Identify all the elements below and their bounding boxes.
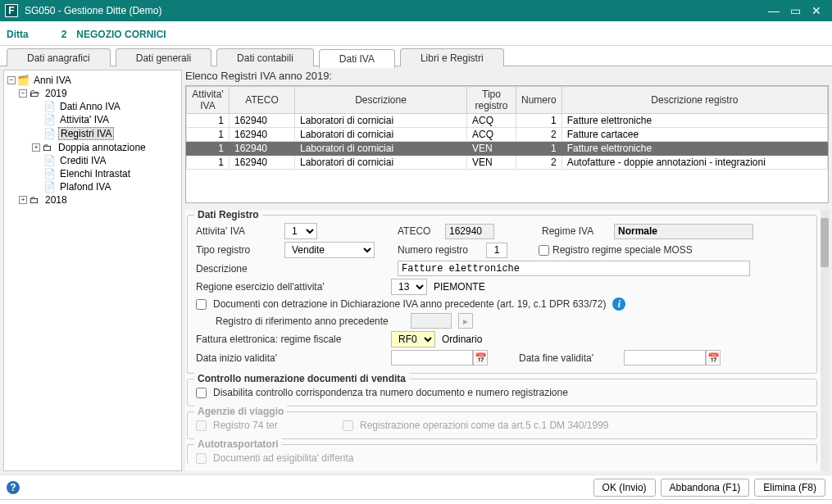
detrazione-label: Documenti con detrazione in Dichiarazion… bbox=[213, 298, 606, 310]
table-row[interactable]: 1 162940 Laboratori di corniciai VEN 2 A… bbox=[187, 156, 828, 170]
window-title: SG050 - Gestione Ditte (Demo) bbox=[25, 5, 763, 16]
maximize-button[interactable]: ▭ bbox=[784, 2, 806, 19]
document-icon: 📄 bbox=[43, 155, 55, 166]
tree-toggle-2019[interactable]: − bbox=[19, 89, 27, 98]
elimina-button[interactable]: Elimina (F8) bbox=[754, 479, 825, 497]
tree-crediti-iva[interactable]: Crediti IVA bbox=[58, 155, 107, 166]
titlebar: F SG050 - Gestione Ditte (Demo) — ▭ ✕ bbox=[0, 0, 832, 21]
tab-libri-registri[interactable]: Libri e Registri bbox=[400, 48, 504, 66]
col-descr-registro[interactable]: Descrizione registro bbox=[561, 87, 827, 114]
group-title: Controllo numerazione documenti di vendi… bbox=[194, 373, 409, 384]
group-autotrasportatori: Autotrasportatori Documenti ad esigibili… bbox=[187, 444, 817, 464]
registri-grid[interactable]: Attivita' IVA ATECO Descrizione Tipo reg… bbox=[185, 85, 829, 203]
fe-select[interactable]: RF01 bbox=[391, 331, 435, 347]
header-name: NEGOZIO CORNICI bbox=[76, 29, 166, 40]
data-inizio-field[interactable] bbox=[391, 350, 473, 366]
regop-checkbox bbox=[343, 420, 353, 431]
numero-label: Numero registro bbox=[398, 244, 480, 256]
info-icon[interactable]: i bbox=[612, 297, 625, 311]
tree-registri-iva[interactable]: Registri IVA bbox=[58, 127, 114, 140]
ateco-field bbox=[445, 224, 494, 239]
regop-label: Registrazione operazioni come da art.5 c… bbox=[360, 420, 609, 431]
header-row: Ditta 2 NEGOZIO CORNICI bbox=[0, 21, 832, 46]
tab-bar: Dati anagrafici Dati generali Dati conta… bbox=[0, 46, 832, 66]
document-icon: 📄 bbox=[43, 128, 55, 139]
group-dati-registro: Dati Registro Attivita' IVA 1 ATECO Regi… bbox=[187, 215, 817, 374]
group-title: Autotrasportatori bbox=[194, 438, 282, 450]
folder-icon: 🗀 bbox=[29, 194, 40, 206]
list-title: Elenco Registri IVA anno 2019: bbox=[185, 70, 829, 82]
calendar-icon[interactable]: 📅 bbox=[473, 350, 488, 366]
folder-open-icon: 🗁 bbox=[29, 88, 40, 99]
ok-button[interactable]: OK (Invio) bbox=[593, 479, 656, 497]
disabilita-label: Disabilita controllo corrispondenza tra … bbox=[213, 387, 568, 398]
help-button[interactable]: ? bbox=[7, 481, 20, 494]
data-fine-field[interactable] bbox=[624, 350, 706, 366]
descrizione-field[interactable] bbox=[398, 261, 750, 276]
fe-label: Fattura elettronica: regime fiscale bbox=[196, 334, 384, 345]
detrazione-checkbox[interactable] bbox=[196, 299, 207, 310]
esigibilita-checkbox bbox=[196, 453, 207, 464]
abbandona-button[interactable]: Abbandona (F1) bbox=[661, 479, 750, 497]
tab-dati-iva[interactable]: Dati IVA bbox=[319, 49, 395, 68]
tree-year-2019[interactable]: 2019 bbox=[43, 88, 69, 99]
col-numero[interactable]: Numero bbox=[516, 87, 562, 114]
rif-field bbox=[411, 313, 452, 329]
folder-icon: 🗀 bbox=[42, 142, 53, 153]
tree-dati-anno-iva[interactable]: Dati Anno IVA bbox=[58, 101, 122, 112]
tree-root[interactable]: Anni IVA bbox=[32, 75, 73, 86]
footer-buttons: ? OK (Invio) Abbandona (F1) Elimina (F8) bbox=[0, 474, 832, 499]
tab-dati-generali[interactable]: Dati generali bbox=[116, 48, 211, 66]
col-descrizione[interactable]: Descrizione bbox=[295, 87, 467, 114]
tree-toggle-root[interactable]: − bbox=[7, 76, 16, 84]
tree-year-2018[interactable]: 2018 bbox=[43, 194, 69, 206]
tree-attivita-iva[interactable]: Attivita' IVA bbox=[58, 114, 111, 125]
tree-toggle-2018[interactable]: + bbox=[19, 196, 27, 204]
col-ateco[interactable]: ATECO bbox=[230, 87, 295, 114]
tipo-select[interactable]: Vendite bbox=[284, 242, 375, 258]
table-row-selected[interactable]: 1 162940 Laboratori di corniciai VEN 1 F… bbox=[187, 142, 828, 156]
data-fine-label: Data fine validita' bbox=[519, 352, 617, 364]
regime-field bbox=[614, 224, 753, 239]
group-agenzie-viaggio: Agenzie di viaggio Registro 74 ter Regis… bbox=[187, 411, 817, 439]
numero-field[interactable] bbox=[486, 243, 507, 258]
fe-text: Ordinario bbox=[442, 334, 482, 345]
regime-label: Regime IVA bbox=[542, 225, 607, 237]
tree-plafond-iva[interactable]: Plafond IVA bbox=[58, 181, 112, 193]
registro74-checkbox bbox=[196, 420, 207, 431]
ateco-label: ATECO bbox=[398, 225, 439, 237]
tree-doppia-annotazione[interactable]: Doppia annotazione bbox=[57, 142, 148, 153]
descr-label: Descrizione bbox=[196, 263, 278, 275]
folder-icon: 🗂️ bbox=[17, 75, 29, 86]
tree-toggle-doppia[interactable]: + bbox=[32, 143, 40, 152]
regione-select[interactable]: 13 bbox=[391, 279, 427, 295]
app-icon: F bbox=[5, 4, 18, 17]
form-scrollbar[interactable] bbox=[821, 210, 829, 471]
attivita-label: Attivita' IVA bbox=[196, 225, 278, 237]
close-button[interactable]: ✕ bbox=[806, 2, 827, 19]
rif-lookup-button[interactable]: ▸ bbox=[458, 313, 473, 329]
disabilita-checkbox[interactable] bbox=[196, 388, 207, 398]
rif-label: Registro di riferimento anno precedente bbox=[216, 316, 404, 327]
tree-pane[interactable]: − 🗂️ Anni IVA − 🗁 2019 📄 Dati Anno IVA 📄… bbox=[3, 70, 182, 471]
table-row[interactable]: 1 162940 Laboratori di corniciai ACQ 1 F… bbox=[187, 114, 828, 128]
header-label: Ditta bbox=[7, 29, 29, 40]
status-bar: ADMIN GG/W1/A0 ◧ ⬤ bbox=[0, 499, 832, 504]
tab-dati-anagrafici[interactable]: Dati anagrafici bbox=[7, 48, 111, 66]
esigibilita-label: Documenti ad esigibilita' differita bbox=[213, 452, 354, 464]
attivita-select[interactable]: 1 bbox=[284, 223, 317, 239]
group-controllo-numerazione: Controllo numerazione documenti di vendi… bbox=[187, 379, 817, 406]
regione-label: Regione esercizio dell'attivita' bbox=[196, 281, 384, 293]
moss-checkbox[interactable] bbox=[539, 245, 549, 256]
tipo-label: Tipo registro bbox=[196, 244, 278, 256]
data-inizio-label: Data inizio validita' bbox=[196, 352, 384, 364]
calendar-icon[interactable]: 📅 bbox=[706, 350, 721, 366]
document-icon: 📄 bbox=[43, 101, 55, 112]
tab-dati-contabili[interactable]: Dati contabili bbox=[216, 48, 314, 66]
minimize-button[interactable]: — bbox=[763, 2, 784, 19]
table-row[interactable]: 1 162940 Laboratori di corniciai ACQ 2 F… bbox=[187, 128, 828, 142]
col-attivita[interactable]: Attivita' IVA bbox=[187, 87, 230, 114]
col-tipo[interactable]: Tipo registro bbox=[467, 87, 516, 114]
regione-text: PIEMONTE bbox=[434, 281, 485, 293]
tree-elenchi-intrastat[interactable]: Elenchi Intrastat bbox=[58, 168, 132, 179]
